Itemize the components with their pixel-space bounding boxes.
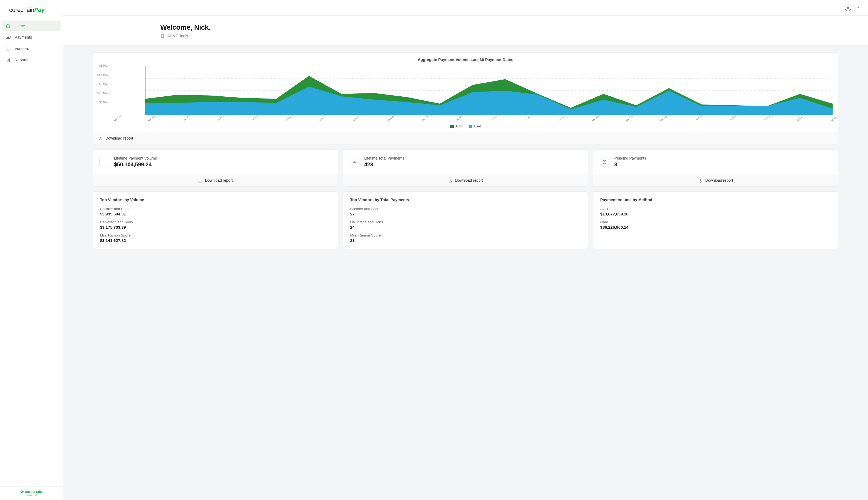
download-icon [448, 178, 452, 182]
sidebar-item-label: Vendors [14, 46, 29, 51]
stat-download-button[interactable]: Download report [93, 174, 338, 186]
chart-card: Aggregate Payment Volume Last 30 Payment… [93, 53, 838, 145]
sidebar-item-label: Payments [14, 35, 32, 39]
clock-icon [600, 157, 609, 167]
list-item-value: $36,226,960.14 [600, 225, 831, 229]
x-tick: 07/06/22 [695, 118, 697, 121]
x-tick: 07/22/22 [763, 118, 765, 121]
stat-label: Lifetime Payment Volume [114, 156, 157, 160]
stat-value: 3 [614, 161, 646, 168]
svg-point-1 [8, 37, 9, 38]
list-card-by-method: Payment Volume by Method ACH $13,877,639… [593, 191, 838, 249]
list-item-name: Cormier and Sons [350, 207, 581, 211]
x-tick: 06/15/22 [593, 118, 594, 121]
powered-brand: corechain [21, 489, 42, 494]
list-title: Top Vendors by Total Payments [350, 197, 581, 202]
brand-part2: Pay [34, 7, 45, 13]
y-tick: $6 MM [99, 64, 108, 67]
stat-card-lifetime-volume: Lifetime Payment Volume $50,104,599.24 D… [93, 149, 338, 186]
sidebar-item-home[interactable]: Home [2, 21, 60, 31]
y-tick: $3 MM [99, 83, 108, 86]
x-tick: 05/18/22 [456, 118, 457, 121]
stat-value: 423 [364, 161, 404, 168]
list-item-name: Cormier and Sons [100, 207, 331, 211]
user-menu-chevron-icon[interactable] [856, 5, 860, 11]
legend-card: Card [469, 124, 481, 128]
brand-logo: corechainPay [0, 0, 63, 18]
stat-download-button[interactable]: Download report [593, 174, 838, 186]
list-item-name: Card [600, 220, 831, 224]
home-icon [5, 23, 11, 29]
list-item-name: Halvorson and Sons [100, 220, 331, 224]
download-icon [698, 178, 703, 182]
svg-rect-0 [6, 36, 10, 38]
svg-point-4 [847, 7, 848, 8]
x-tick: 06/08/22 [558, 118, 560, 121]
company-name: ACME Tools [167, 34, 188, 38]
stat-label: Lifetime Total Payments [364, 156, 404, 160]
list-item: ACH $13,877,639.10 [600, 207, 831, 216]
x-tick: 07/13/22 [729, 118, 731, 121]
list-item-value: $3,935,694.31 [100, 212, 331, 216]
page-header: Welcome, Nick. ACME Tools [63, 16, 868, 45]
list-card-top-volume: Top Vendors by Volume Cormier and Sons $… [93, 191, 338, 249]
x-tick: 04/06/22 [251, 118, 253, 121]
svg-rect-5 [161, 34, 164, 37]
main: Welcome, Nick. ACME Tools Aggregate Paym… [63, 0, 868, 500]
sidebar-item-reports[interactable]: Reports [2, 55, 60, 65]
stat-card-lifetime-payments: Lifetime Total Payments 423 Download rep… [343, 149, 588, 186]
building-icon [160, 34, 165, 38]
chart-svg [98, 64, 833, 118]
chart-legend: ACH Card [93, 123, 838, 132]
y-tick: $0 MM [99, 101, 108, 104]
stat-download-button[interactable]: Download report [343, 174, 588, 186]
list-item: Halvorson and Sons $3,175,733.39 [100, 220, 331, 229]
legend-label: ACH [455, 124, 462, 128]
bar-chart-icon [99, 157, 109, 167]
payments-icon [5, 35, 11, 40]
user-avatar-icon[interactable] [845, 4, 851, 11]
list-item-name: Mrs. Ramon Sporer [100, 233, 331, 237]
x-tick: 02/21/23 [832, 118, 833, 121]
reports-icon [5, 57, 11, 62]
x-tick: 03/16/22 [149, 118, 150, 121]
list-item: Cormier and Sons 27 [350, 207, 581, 216]
x-tick: 06/01/22 [524, 118, 526, 121]
sidebar-nav: Home Payments Vendors Reports [0, 18, 63, 68]
welcome-heading: Welcome, Nick. [160, 23, 868, 32]
bar-chart-icon [350, 157, 359, 167]
list-item: Cormier and Sons $3,935,694.31 [100, 207, 331, 216]
x-tick: 01/18/23 [798, 118, 799, 121]
list-item-value: 24 [350, 225, 581, 229]
list-title: Top Vendors by Volume [100, 197, 331, 202]
sidebar: corechainPay Home Payments Vendors [0, 0, 63, 500]
sidebar-item-payments[interactable]: Payments [2, 32, 60, 43]
list-item-name: Mrs. Ramon Sporer [350, 233, 581, 237]
y-tick: $4.5 MM [97, 73, 108, 76]
chart-download-button[interactable]: Download report [93, 132, 838, 144]
chart-title: Aggregate Payment Volume Last 30 Payment… [93, 53, 838, 64]
x-tick: 04/20/22 [320, 118, 321, 121]
list-item: Halvorson and Sons 24 [350, 220, 581, 229]
list-item: Card $36,226,960.14 [600, 220, 831, 229]
topbar [63, 0, 868, 16]
powered-sub: powered [0, 493, 63, 497]
list-item: Mrs. Ramon Sporer $3,141,627.82 [100, 233, 331, 243]
list-item: Mrs. Ramon Sporer 23 [350, 233, 581, 243]
x-tick: 03/09/22 [114, 118, 116, 121]
svg-point-3 [7, 48, 8, 49]
sidebar-item-vendors[interactable]: Vendors [2, 43, 60, 54]
stat-value: $50,104,599.24 [114, 161, 157, 168]
download-icon [198, 178, 202, 182]
download-label: Download report [105, 136, 133, 140]
x-tick: 04/27/22 [354, 118, 355, 121]
x-tick: 04/13/22 [285, 118, 287, 121]
brand-part1: corechain [9, 7, 34, 13]
download-label: Download report [705, 178, 733, 182]
stats-row: Lifetime Payment Volume $50,104,599.24 D… [93, 149, 838, 186]
download-icon [98, 136, 103, 140]
y-tick: $1.5 MM [97, 92, 108, 95]
x-tick: 05/04/22 [388, 118, 389, 121]
sidebar-item-label: Reports [14, 58, 29, 62]
stat-card-pending: Pending Payments 3 Download report [593, 149, 838, 186]
